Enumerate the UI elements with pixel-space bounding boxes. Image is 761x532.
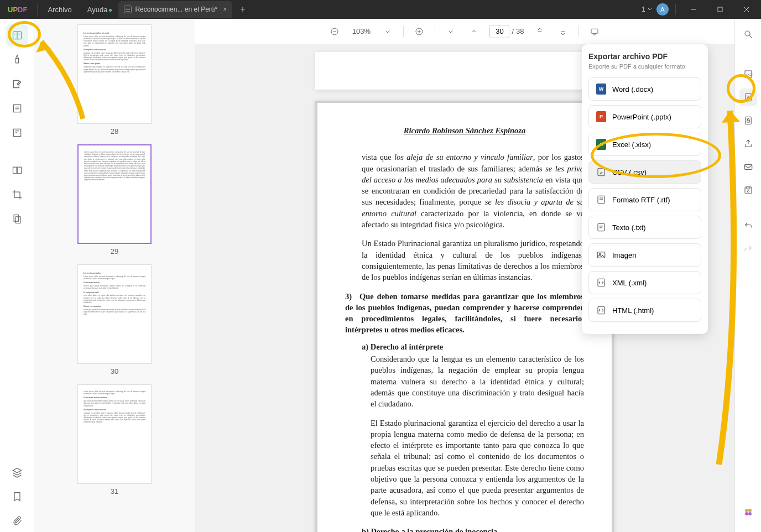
organize-tool-button[interactable]	[6, 122, 28, 144]
thumbnail-number: 29	[111, 247, 118, 255]
export-option-image[interactable]: Imagen	[588, 243, 701, 267]
redo-button[interactable]	[739, 240, 757, 258]
csv-icon	[596, 166, 607, 178]
text-icon	[596, 222, 607, 233]
view-toolbar: 103% / 38	[195, 19, 734, 44]
image-icon	[596, 249, 607, 260]
thumbnail-page-31[interactable]: Lorem ipsum dolor sit amet consectetur a…	[77, 384, 152, 484]
share-button[interactable]	[739, 135, 757, 153]
attachment-button[interactable]	[6, 510, 28, 532]
tab-add-button[interactable]: +	[240, 4, 245, 14]
user-avatar[interactable]: A	[656, 3, 669, 15]
svg-text:OCR: OCR	[746, 73, 753, 76]
menu-help[interactable]: Ayuda	[80, 6, 116, 14]
window-maximize[interactable]	[709, 0, 731, 19]
svg-point-51	[748, 512, 752, 515]
form-tool-button[interactable]	[6, 97, 28, 119]
svg-rect-44	[744, 165, 752, 170]
presentation-button[interactable]	[587, 24, 602, 39]
thumbnail-page-28[interactable]: Lorem ipsum dolor sit ametLorem ipsum do…	[77, 24, 152, 124]
author-name: Ricardo Robinson Sánchez Espinoza	[345, 125, 584, 136]
svg-rect-42	[745, 117, 751, 124]
paragraph: Un Estado Plurinacional garantiza un plu…	[362, 238, 584, 283]
svg-rect-17	[14, 215, 18, 222]
export-option-html[interactable]: HTML (.html)	[588, 299, 701, 322]
right-toolbar: OCR	[734, 19, 761, 532]
tab-title: Reconocimien... en el Perú*	[135, 6, 217, 13]
zoom-out-button[interactable]	[327, 24, 342, 39]
thumbnail-number: 31	[111, 487, 118, 496]
edit-tool-button[interactable]	[6, 73, 28, 95]
zoom-in-button[interactable]	[411, 24, 427, 39]
subheading-b: b) Derecho a la presunción de inocencia	[362, 526, 584, 532]
first-page-button[interactable]	[532, 24, 548, 39]
protect-button[interactable]	[739, 112, 757, 129]
export-option-powerpoint[interactable]: PowerPoint (.pptx)	[588, 105, 701, 128]
layers-button[interactable]	[6, 461, 28, 483]
page-up-button[interactable]	[466, 24, 482, 39]
paragraph: El Estado plurinacional garantiza el eje…	[371, 418, 584, 519]
svg-point-37	[745, 31, 750, 36]
subheading-a: a) Derecho al intérprete	[362, 341, 584, 352]
svg-rect-46	[747, 187, 750, 189]
heading-3: 3)Que deben tomarse medidas para garanti…	[345, 291, 584, 336]
reader-mode-button[interactable]	[6, 24, 28, 46]
export-option-word[interactable]: Word (.docx)	[588, 77, 701, 101]
svg-point-49	[748, 509, 752, 512]
export-option-csv[interactable]: CSV (.csv)	[588, 160, 701, 184]
paragraph: Considerando que la lengua es un element…	[371, 353, 584, 409]
menu-file[interactable]: Archivo	[40, 6, 79, 14]
bookmark-button[interactable]	[6, 486, 28, 508]
highlight-tool-button[interactable]	[6, 49, 28, 71]
powerpoint-icon	[596, 111, 606, 122]
page-29-bottom: 607	[315, 52, 614, 90]
export-option-excel[interactable]: Excel (.xlsx)	[588, 133, 701, 156]
svg-line-38	[749, 35, 752, 38]
search-button[interactable]	[739, 25, 757, 43]
paragraph: vista que los aleja de su entorno y vinc…	[362, 152, 584, 230]
page-indicator: / 38	[489, 25, 524, 38]
page-30: Ricardo Robinson Sánchez Espinoza vista …	[315, 101, 614, 532]
svg-rect-26	[598, 168, 604, 176]
document-icon	[124, 6, 132, 13]
page-down-button[interactable]	[443, 24, 458, 39]
export-title: Exportar archivo PDF	[588, 52, 701, 61]
svg-rect-18	[15, 217, 20, 223]
app-logo: UPDF	[0, 6, 35, 14]
document-area: 103% / 38 607 Ricardo Robinson Sánc	[195, 19, 734, 532]
svg-rect-9	[13, 105, 20, 112]
ocr-button[interactable]: OCR	[739, 65, 757, 83]
zoom-value[interactable]: 103%	[350, 27, 372, 35]
export-button[interactable]	[739, 88, 757, 106]
undo-button[interactable]	[739, 217, 757, 234]
export-option-xml[interactable]: XML (.xml)	[588, 271, 701, 294]
thumbnail-page-30[interactable]: Lorem ipsum dolorLorem ipsum dolor sit a…	[77, 264, 152, 364]
compare-tool-button[interactable]	[6, 159, 28, 181]
zoom-dropdown[interactable]	[380, 24, 395, 39]
xml-icon	[596, 277, 607, 288]
notification-counter[interactable]: 1	[642, 6, 652, 13]
export-subtitle: Exporte su PDF a cualquier formato	[588, 63, 701, 70]
crop-tool-button[interactable]	[6, 184, 28, 206]
svg-rect-24	[591, 29, 598, 33]
svg-rect-8	[13, 80, 19, 87]
rtf-icon	[596, 194, 607, 205]
svg-point-48	[745, 509, 748, 512]
svg-point-47	[747, 191, 749, 192]
export-option-rtf[interactable]: Formato RTF (.rtf)	[588, 188, 701, 211]
excel-icon	[596, 139, 606, 150]
tab-close-button[interactable]: ×	[223, 6, 227, 13]
last-page-button[interactable]	[555, 24, 571, 39]
svg-rect-30	[598, 223, 604, 231]
email-button[interactable]	[739, 158, 757, 176]
save-button[interactable]	[739, 181, 757, 199]
pages-tool-button[interactable]	[6, 208, 28, 230]
left-toolbar	[0, 19, 34, 532]
export-option-text[interactable]: Texto (.txt)	[588, 216, 701, 239]
window-minimize[interactable]	[682, 0, 705, 19]
document-tab[interactable]: Reconocimien... en el Perú* ×	[118, 1, 232, 18]
page-input[interactable]	[489, 25, 509, 38]
ai-assistant-button[interactable]	[739, 503, 757, 521]
thumbnail-page-29[interactable]: Lorem ipsum dolor sit amet consectetur a…	[77, 144, 152, 244]
window-close[interactable]	[736, 0, 758, 19]
